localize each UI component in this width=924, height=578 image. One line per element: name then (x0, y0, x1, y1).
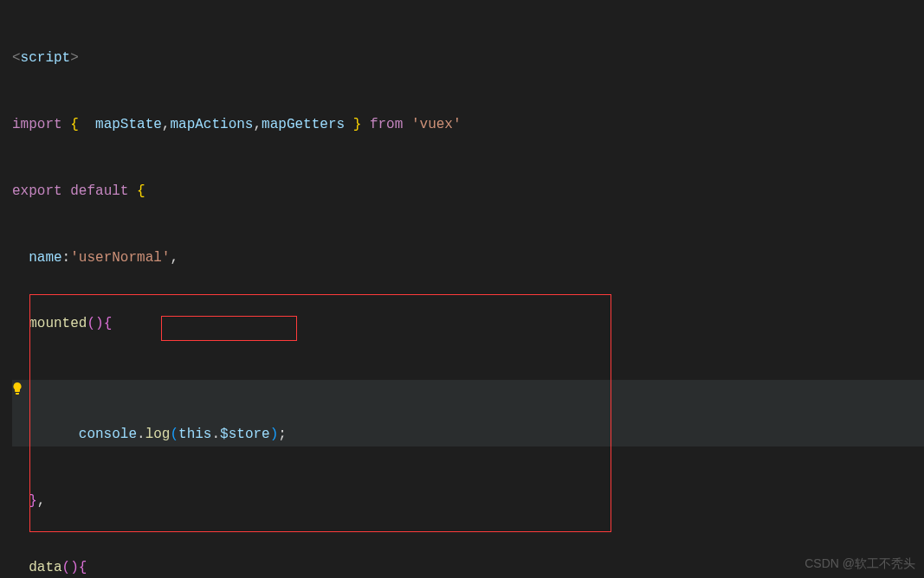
lightbulb-icon[interactable] (10, 382, 24, 395)
code-line: }, (12, 491, 924, 513)
code-line: <script> (12, 48, 924, 70)
code-line: data(){ (12, 557, 924, 578)
code-editor[interactable]: <script> import { mapState,mapActions,ma… (0, 0, 924, 578)
code-line: import { mapState,mapActions,mapGetters … (12, 114, 924, 137)
code-line-highlighted: console.log(this.$store); (12, 380, 924, 446)
watermark: CSDN @软工不秃头 (804, 554, 915, 573)
code-line: export default { (12, 181, 924, 203)
code-line: mounted(){ (12, 313, 924, 336)
code-line: name:'userNormal', (12, 247, 924, 270)
